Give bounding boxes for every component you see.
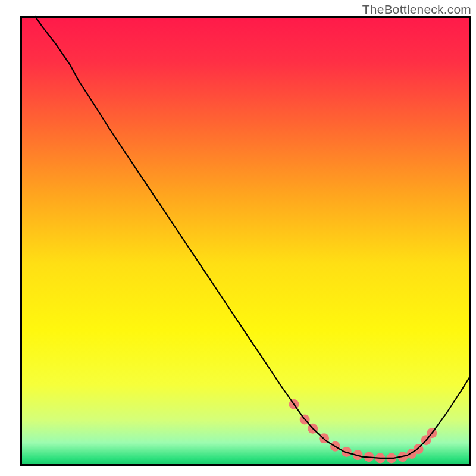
attribution-label: TheBottleneck.com xyxy=(362,2,471,17)
frame-layer xyxy=(0,0,476,476)
bottleneck-chart: TheBottleneck.com xyxy=(0,0,476,476)
